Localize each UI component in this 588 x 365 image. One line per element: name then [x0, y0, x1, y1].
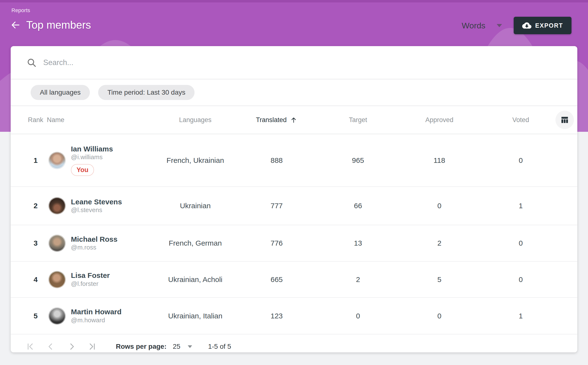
- translated-value: 123: [237, 312, 317, 320]
- rank-value: 2: [18, 202, 53, 210]
- languages-value: Ukrainian, Acholi: [152, 275, 239, 284]
- unit-dropdown[interactable]: Words: [462, 21, 502, 30]
- target-value: 0: [318, 312, 398, 320]
- last-page-icon: [88, 342, 97, 351]
- languages-value: Ukrainian: [152, 202, 239, 210]
- member-name: Michael Ross: [71, 235, 118, 244]
- target-value: 13: [318, 239, 398, 247]
- filter-chip-time-period[interactable]: Time period: Last 30 days: [98, 85, 195, 100]
- voted-value: 0: [481, 275, 561, 284]
- translated-value: 776: [237, 239, 317, 247]
- avatar: [49, 235, 66, 252]
- rows-per-page-select[interactable]: 25: [173, 343, 192, 350]
- member-name: Martin Howard: [71, 308, 121, 316]
- caret-down-icon: [188, 345, 192, 348]
- table-columns-icon: [560, 115, 570, 125]
- next-page-button[interactable]: [66, 341, 77, 352]
- target-value: 2: [318, 275, 398, 284]
- report-card: All languages Time period: Last 30 days …: [11, 46, 577, 352]
- arrow-left-icon: [10, 20, 21, 30]
- table-row[interactable]: 4 Lisa Foster @l.forster Ukrainian, Acho…: [11, 262, 577, 298]
- approved-value: 118: [399, 156, 479, 165]
- rank-value: 3: [18, 239, 53, 247]
- previous-page-button[interactable]: [45, 341, 56, 352]
- languages-value: French, Ukrainian: [152, 156, 239, 165]
- member-name: Ian Williams: [71, 145, 113, 153]
- table-row[interactable]: 5 Martin Howard @m.howard Ukrainian, Ita…: [11, 298, 577, 334]
- translated-value: 888: [237, 156, 317, 165]
- member-handle: @m.ross: [71, 243, 118, 251]
- translated-value: 777: [237, 202, 317, 210]
- unit-dropdown-value: Words: [462, 21, 486, 30]
- first-page-button[interactable]: [24, 341, 35, 352]
- column-header-name: Name: [47, 116, 64, 124]
- languages-value: Ukrainian, Italian: [152, 312, 239, 320]
- table-row[interactable]: 2 Leane Stevens @l.stevens Ukrainian 777…: [11, 187, 577, 225]
- target-value: 66: [318, 202, 398, 210]
- last-page-button[interactable]: [87, 341, 98, 352]
- member-handle: @l.forster: [71, 280, 110, 288]
- voted-value: 0: [481, 239, 561, 247]
- rank-value: 5: [18, 312, 53, 320]
- voted-value: 0: [481, 156, 561, 165]
- target-value: 965: [318, 156, 398, 165]
- approved-value: 5: [399, 275, 479, 284]
- approved-value: 2: [399, 239, 479, 247]
- table-row[interactable]: 1 Ian Williams @i.williams You French, U…: [11, 134, 577, 187]
- column-header-voted[interactable]: Voted: [481, 116, 561, 124]
- manage-columns-button[interactable]: [555, 111, 574, 129]
- approved-value: 0: [399, 202, 479, 210]
- search-input[interactable]: [43, 58, 432, 67]
- table-row[interactable]: 3 Michael Ross @m.ross French, German 77…: [11, 225, 577, 262]
- column-header-languages[interactable]: Languages: [152, 116, 239, 124]
- approved-value: 0: [399, 312, 479, 320]
- breadcrumb: Reports: [11, 7, 30, 14]
- page-title: Top members: [26, 19, 91, 31]
- caret-down-icon: [497, 24, 502, 27]
- column-header-translated[interactable]: Translated: [237, 116, 317, 124]
- voted-value: 1: [481, 202, 561, 210]
- column-header-approved[interactable]: Approved: [399, 116, 479, 124]
- column-header-translated-label: Translated: [256, 116, 287, 124]
- rank-value: 1: [18, 156, 53, 165]
- rows-per-page-value: 25: [173, 343, 180, 350]
- search-bar: [11, 46, 577, 79]
- rows-per-page-label: Rows per page:: [116, 343, 166, 350]
- you-badge: You: [71, 164, 94, 176]
- member-handle: @l.stevens: [71, 206, 122, 214]
- avatar: [49, 307, 66, 324]
- rank-value: 4: [18, 275, 53, 284]
- table-header: Rank Name Languages Translated Target Ap…: [11, 106, 577, 134]
- arrow-up-icon: [290, 116, 297, 124]
- search-icon: [26, 57, 37, 68]
- avatar: [49, 197, 66, 214]
- back-button[interactable]: [10, 19, 21, 31]
- translated-value: 665: [237, 275, 317, 284]
- pagination-bar: Rows per page: 25 1-5 of 5: [11, 338, 577, 355]
- avatar: [49, 271, 66, 288]
- chevron-left-icon: [46, 342, 55, 351]
- column-header-target[interactable]: Target: [318, 116, 398, 124]
- member-name: Lisa Foster: [71, 271, 110, 280]
- export-button[interactable]: EXPORT: [514, 17, 571, 34]
- filter-chip-languages[interactable]: All languages: [31, 85, 90, 100]
- cloud-download-icon: [522, 21, 531, 30]
- voted-value: 1: [481, 312, 561, 320]
- languages-value: French, German: [152, 239, 239, 247]
- member-name: Leane Stevens: [71, 198, 122, 206]
- first-page-icon: [25, 342, 34, 351]
- top-members-report-page: Reports Top members Words EXPORT: [0, 0, 588, 365]
- filter-chips: All languages Time period: Last 30 days: [11, 79, 577, 106]
- avatar: [49, 152, 66, 169]
- pagination-range: 1-5 of 5: [208, 343, 231, 350]
- chevron-right-icon: [67, 342, 77, 351]
- member-handle: @i.williams: [71, 153, 113, 161]
- member-handle: @m.howard: [71, 316, 121, 324]
- export-button-label: EXPORT: [535, 22, 563, 29]
